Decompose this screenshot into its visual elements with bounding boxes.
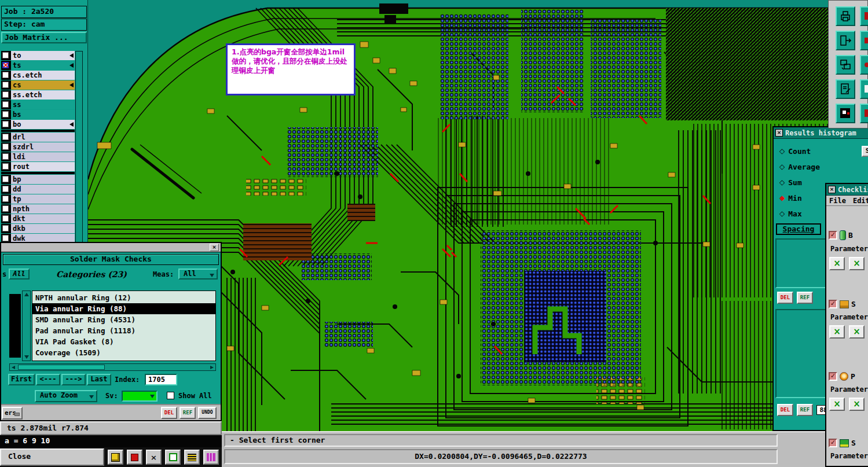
all-button[interactable]: All xyxy=(9,269,30,280)
category-item[interactable]: NPTH annular Ring (12) xyxy=(32,292,215,303)
undo-button[interactable]: UNDO xyxy=(198,407,217,419)
stat-option-sum[interactable]: ◇Sum xyxy=(779,175,802,190)
del-button[interactable]: DEL xyxy=(161,407,177,419)
list-tool-button[interactable] xyxy=(184,450,200,465)
layer-row[interactable]: ss xyxy=(1,100,75,109)
category-list-hscrollbar[interactable] xyxy=(9,363,216,371)
layer-checkbox[interactable] xyxy=(1,90,11,100)
category-item[interactable]: Pad annular Ring (1118) xyxy=(32,325,215,336)
layer-row[interactable]: cs.etch xyxy=(1,71,75,80)
windows-button[interactable] xyxy=(836,55,855,75)
clipped-toolbar-button[interactable] xyxy=(860,104,868,123)
next-button[interactable]: ---> xyxy=(61,374,86,385)
layer-checkbox[interactable] xyxy=(1,214,11,223)
sv-color-swatch[interactable] xyxy=(122,391,158,402)
scrollbar-thumb[interactable] xyxy=(18,365,105,370)
layer-checkbox[interactable] xyxy=(1,133,11,142)
close-icon[interactable]: × xyxy=(775,129,783,137)
layer-checkbox[interactable] xyxy=(1,71,11,80)
layer-checkbox[interactable] xyxy=(1,110,11,119)
layer-row[interactable]: ldi xyxy=(1,152,75,161)
stat-option-min[interactable]: ◆Min xyxy=(779,190,802,205)
layer-row[interactable]: dkt xyxy=(1,214,75,223)
stat-option-count[interactable]: ◇Count xyxy=(779,144,811,159)
layers-dropdown-clipped[interactable]: ers xyxy=(2,407,23,420)
first-button[interactable]: First xyxy=(8,374,35,385)
layer-row[interactable]: dd xyxy=(1,185,75,194)
layer-row[interactable]: to xyxy=(1,51,75,60)
export-button[interactable] xyxy=(836,31,855,50)
close-icon[interactable]: × xyxy=(210,244,219,251)
layer-row[interactable]: rout xyxy=(1,162,75,171)
stat-option-max[interactable]: ◇Max xyxy=(779,206,802,221)
print-output-button[interactable] xyxy=(836,6,855,26)
layer-checkbox[interactable] xyxy=(1,80,11,90)
layer-checkbox[interactable] xyxy=(1,142,11,152)
job-matrix-button[interactable]: Job Matrix ... xyxy=(1,32,87,43)
edit-notes-button[interactable] xyxy=(836,79,855,99)
section-checkbox[interactable]: ✓ xyxy=(829,231,837,240)
checklist-titlebar[interactable]: × Checklist xyxy=(826,184,868,196)
del-button[interactable]: DEL xyxy=(777,404,793,416)
parameters-label[interactable]: Parameters xyxy=(826,381,868,394)
layer-row[interactable]: bo xyxy=(1,120,75,129)
section-checkbox[interactable]: ✓ xyxy=(829,372,837,381)
del-button[interactable]: DEL xyxy=(777,292,793,304)
layer-checkbox[interactable] xyxy=(1,120,11,129)
layer-row[interactable]: npth xyxy=(1,204,75,214)
layer-row[interactable]: dkb xyxy=(1,224,75,233)
ref-button[interactable]: REF xyxy=(180,407,196,419)
layer-checkbox[interactable] xyxy=(1,204,11,214)
menu-edit[interactable]: Edit xyxy=(853,197,868,205)
clipped-toolbar-button[interactable] xyxy=(860,79,868,99)
index-input[interactable] xyxy=(145,374,177,385)
auto-zoom-dropdown[interactable]: Auto Zoom xyxy=(35,390,97,402)
record-tool-button[interactable] xyxy=(127,450,142,465)
layer-checkbox[interactable] xyxy=(1,194,11,204)
meas-dropdown[interactable]: All xyxy=(178,269,218,280)
clipped-toolbar-button[interactable] xyxy=(860,6,868,26)
section-checkbox[interactable]: ✓ xyxy=(829,300,837,308)
last-button[interactable]: Last xyxy=(87,374,111,385)
layer-row[interactable]: cs xyxy=(1,80,75,90)
layer-row-active[interactable]: ×ts xyxy=(1,61,75,70)
layer-row[interactable]: szdrl xyxy=(1,142,75,152)
category-item-selected[interactable]: Via annular Ring (88) xyxy=(32,303,215,314)
grid-tool-button[interactable] xyxy=(165,450,181,465)
clear-tool-button[interactable]: × xyxy=(146,450,162,465)
layer-checkbox[interactable] xyxy=(1,175,11,184)
spacing-button[interactable]: Spacing xyxy=(776,223,821,235)
run-action-button[interactable]: × xyxy=(829,398,845,411)
clipped-toolbar-button[interactable] xyxy=(860,55,868,75)
run-action-button[interactable]: × xyxy=(849,398,865,411)
dialog-titlebar[interactable]: × xyxy=(1,243,221,252)
run-action-button[interactable]: × xyxy=(849,325,865,339)
close-icon[interactable]: × xyxy=(828,186,836,193)
ref-button[interactable]: REF xyxy=(797,404,813,416)
ref-button[interactable]: REF xyxy=(797,292,813,304)
histogram-tool-button[interactable] xyxy=(203,450,219,465)
layer-row[interactable]: tp xyxy=(1,194,75,204)
histogram-titlebar[interactable]: × Results histogram xyxy=(774,127,868,139)
parameters-label[interactable]: Parameters xyxy=(826,447,868,460)
layer-row[interactable]: ss.etch xyxy=(1,90,75,100)
clipped-toolbar-button[interactable] xyxy=(860,31,868,50)
section-checkbox[interactable]: ✓ xyxy=(829,439,837,447)
layer-checkbox[interactable] xyxy=(1,100,11,109)
run-action-button[interactable]: × xyxy=(829,257,845,270)
layer-checkbox[interactable]: × xyxy=(1,61,11,70)
layer-checkbox[interactable] xyxy=(1,185,11,194)
show-all-checkbox[interactable] xyxy=(167,392,174,399)
run-action-button[interactable]: × xyxy=(849,257,865,270)
layer-checkbox[interactable] xyxy=(1,224,11,233)
run-action-button[interactable]: × xyxy=(829,325,845,339)
close-button[interactable]: Close xyxy=(0,448,104,466)
parameters-label[interactable]: Parameters xyxy=(826,308,868,321)
menu-file[interactable]: File xyxy=(829,197,846,205)
layer-checkbox[interactable] xyxy=(1,51,11,60)
category-item[interactable]: VIA Pad Gasket (8) xyxy=(32,336,215,347)
category-item[interactable]: Coverage (1509) xyxy=(32,347,215,358)
layer-row[interactable]: bp xyxy=(1,175,75,184)
category-item[interactable]: SMD annular Ring (4531) xyxy=(32,314,215,325)
stat-option-average[interactable]: ◇Average xyxy=(779,159,820,174)
